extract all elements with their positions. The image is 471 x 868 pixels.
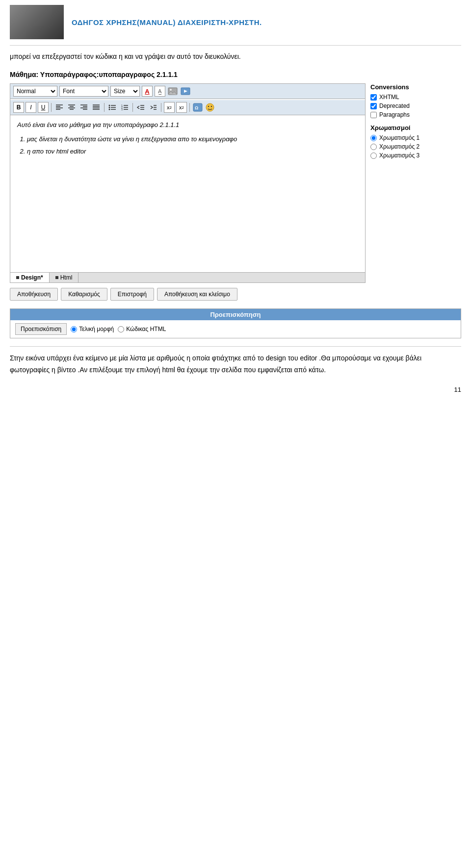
outdent-button[interactable] [135,102,146,113]
toolbar-sep1 [51,103,52,112]
highlight-icon: A̲ [158,88,162,95]
color1-label: Χρωματισμός 1 [379,134,419,141]
paragraphs-label: Paragraphs [379,111,410,118]
align-right-icon [80,104,88,111]
editor-container: Normal Font Size A A̲ [10,83,461,283]
editor-panel: Normal Font Size A A̲ [10,83,366,283]
preview-button[interactable]: Προεπισκόπιση [15,323,67,335]
page-number: 11 [10,386,461,393]
body-paragraph1: Στην εικόνα υπάρχει ένα κείμενο με μία λ… [10,353,461,376]
editor-content[interactable]: Αυτό είναι ένα νεο μάθημα για την υποπαρ… [10,115,365,272]
header-title: ΟΔΗΓΟΣ ΧΡΗΣΗΣ(MANUAL) ΔΙΑΧΕΙΡΙΣΤΗ-ΧΡΗΣΤΗ… [72,18,262,26]
header-divider [10,45,461,46]
svg-text:3.: 3. [121,108,123,111]
preview-section: Προεπισκόπηση Προεπισκόπιση Τελική μορφή… [10,308,461,338]
color1-row: Χρωματισμός 1 [370,134,461,141]
editor-list-item2: η απο τον html editor [27,147,358,157]
font-select[interactable]: Font [59,86,108,97]
editor-tabs: Design* Html [10,272,365,282]
underline-button[interactable]: U [38,102,49,113]
toolbar-sep3 [132,103,133,112]
tab-html-label: Html [60,274,73,281]
xhtml-row: XHTML [370,94,461,101]
special-char-button[interactable]: Ω [192,102,203,113]
svg-point-20 [109,105,110,106]
color1-radio[interactable] [370,135,377,141]
italic-button[interactable]: I [26,102,36,113]
ordered-list-button[interactable]: 1. 2. 3. [119,102,130,113]
size-select[interactable]: Size [110,86,140,97]
align-left-button[interactable] [54,102,65,113]
xhtml-checkbox[interactable] [370,94,377,101]
paragraphs-checkbox[interactable] [370,112,377,118]
logo-image [10,5,64,39]
tab-dot [16,276,19,279]
deprecated-checkbox[interactable] [370,103,377,109]
align-center-button[interactable] [66,102,77,113]
conversions-title: Conversions [370,83,461,91]
font-color-icon: A [145,88,149,95]
deprecated-label: Deprecated [379,102,410,109]
image-button[interactable] [167,86,178,97]
emoticon-button[interactable] [205,102,215,113]
tab-design-label: Design* [21,274,43,281]
save-close-button[interactable]: Αποθήκευση και κλείσιμο [157,288,237,301]
toolbar-row2: B I U [10,100,365,115]
subscript-button[interactable]: x2 [164,102,175,113]
deprecated-row: Deprecated [370,102,461,109]
tab-design[interactable]: Design* [10,273,50,282]
justify-button[interactable] [91,102,102,113]
color3-label: Χρωματισμός 3 [379,152,419,159]
xhtml-label: XHTML [379,94,399,101]
intro-text: μπορεί να επεξεργαστεί τον κώδικα η και … [10,51,461,62]
highlight-color-button[interactable]: A̲ [155,86,165,97]
preview-header: Προεπισκόπηση [10,309,461,320]
outdent-icon [137,104,145,111]
color3-radio[interactable] [370,153,377,159]
svg-point-22 [109,107,110,108]
tab-html[interactable]: Html [50,273,79,282]
sidebar-panel: Conversions XHTML Deprecated Paragraphs … [370,83,461,283]
align-right-button[interactable] [78,102,89,113]
indent-button[interactable] [148,102,158,113]
tab-html-dot [55,276,58,279]
color2-label: Χρωματισμός 2 [379,143,419,150]
toolbar-sep2 [104,103,105,112]
svg-point-1 [170,89,172,91]
back-button[interactable]: Επιστροφή [110,288,154,301]
html-code-row: Κώδικας HTML [118,326,166,332]
font-color-button[interactable]: A [142,86,153,97]
bold-button[interactable]: B [13,102,24,113]
final-form-row: Τελική μορφή [71,326,114,332]
svg-point-42 [211,106,212,107]
media-button[interactable] [180,86,191,97]
final-form-radio[interactable] [71,326,77,332]
emoticon-icon [205,102,215,112]
justify-icon [92,104,100,111]
clear-button[interactable]: Καθαρισμός [61,288,107,301]
body-divider [10,346,461,347]
toolbar-sep4 [161,103,161,112]
style-select[interactable]: Normal [13,86,57,97]
special-char-icon: Ω [193,102,203,112]
save-button[interactable]: Αποθήκευση [10,288,58,301]
unordered-list-button[interactable] [107,102,118,113]
align-left-icon [55,104,63,111]
paragraphs-row: Paragraphs [370,111,461,118]
image-icon [168,86,178,96]
html-code-label: Κώδικας HTML [126,326,166,332]
svg-text:Ω: Ω [195,105,198,110]
color2-radio[interactable] [370,144,377,150]
svg-point-40 [206,103,214,111]
editor-line1: Αυτό είναι ένα νεο μάθημα για την υποπαρ… [17,120,358,130]
unordered-list-icon [108,104,116,111]
page-header: ΟΔΗΓΟΣ ΧΡΗΣΗΣ(MANUAL) ΔΙΑΧΕΙΡΙΣΤΗ-ΧΡΗΣΤΗ… [10,5,461,39]
superscript-button[interactable]: x2 [176,102,187,113]
toolbar-sep5 [189,103,190,112]
colors-title: Χρωματισμοί [370,124,461,131]
action-buttons-row: Αποθήκευση Καθαρισμός Επιστροφή Αποθήκευ… [10,288,461,301]
indent-icon [149,104,157,111]
ordered-list-icon: 1. 2. 3. [121,104,129,111]
html-code-radio[interactable] [118,326,124,332]
color3-row: Χρωματισμός 3 [370,152,461,159]
